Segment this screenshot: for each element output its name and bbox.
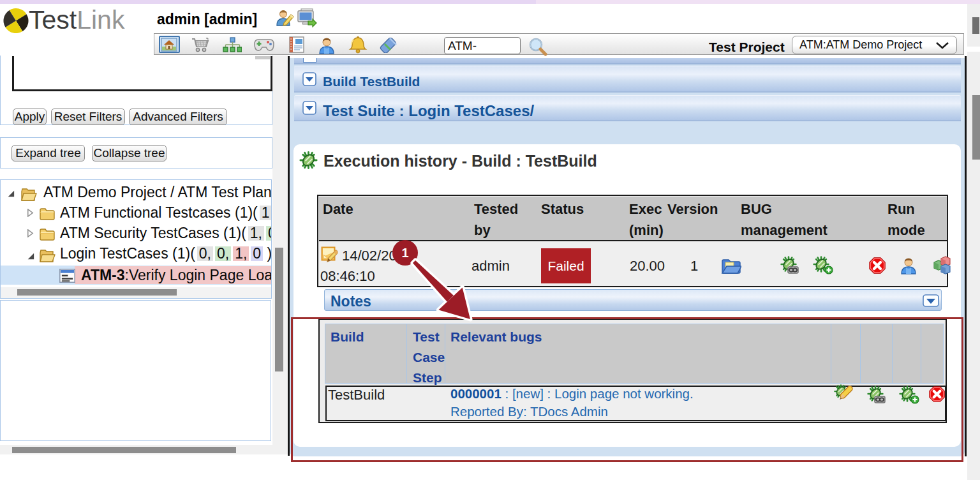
svg-text:1: 1 — [401, 246, 408, 260]
